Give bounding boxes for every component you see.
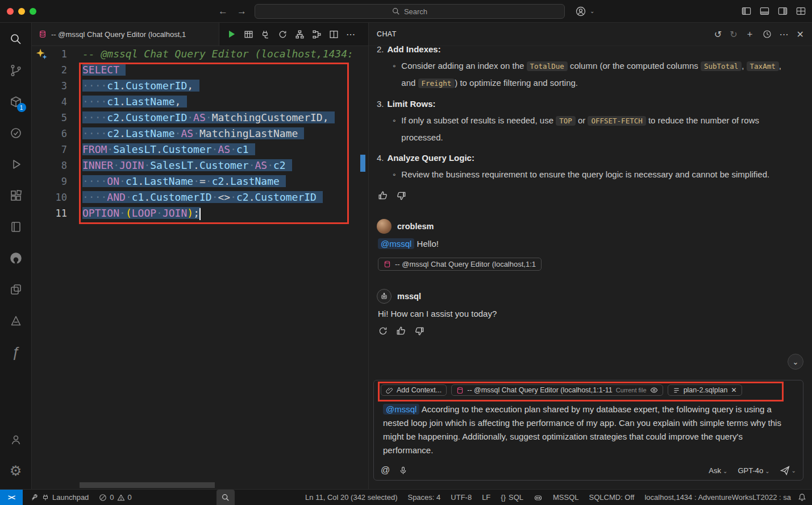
- undo-request-icon[interactable]: ↺: [714, 29, 722, 40]
- results-grid-icon[interactable]: [244, 30, 253, 39]
- activity-notebooks[interactable]: [2, 212, 30, 242]
- robot-icon: [380, 292, 389, 301]
- code-line[interactable]: 8INNER·JOIN·SalesLT.Customer·AS·c2: [32, 158, 368, 173]
- code-line[interactable]: 10····AND·c1.CustomerID·<>·c2.CustomerID: [32, 189, 368, 205]
- maximize-window-button[interactable]: [30, 8, 36, 15]
- code-line[interactable]: 6····c2.LastName·AS·MatchingLastName: [32, 126, 368, 142]
- mention-picker-icon[interactable]: @: [381, 465, 390, 475]
- model-picker[interactable]: GPT-4o⌄: [738, 466, 769, 475]
- eol[interactable]: LF: [478, 493, 494, 502]
- retry-icon[interactable]: [378, 326, 388, 336]
- estimated-plan-icon[interactable]: [278, 30, 288, 39]
- disconnect-plug-icon[interactable]: [261, 30, 270, 39]
- account-icon: [575, 6, 586, 17]
- code-line[interactable]: 7FROM·SalesLT.Customer·AS·c1: [32, 142, 368, 158]
- context-chip-plan[interactable]: plan-2.sqlplan ✕: [668, 384, 742, 396]
- chat-more-icon[interactable]: ⋯: [780, 29, 789, 40]
- horizontal-scrollbar[interactable]: [80, 482, 215, 488]
- editor-tab[interactable]: -- @mssql Chat Query Editor (localhost,1: [32, 23, 219, 45]
- add-context-button[interactable]: Add Context...: [381, 384, 447, 396]
- activity-remote-explorer[interactable]: 1: [2, 87, 30, 117]
- chat-input[interactable]: @mssql According to the execution plan s…: [374, 398, 803, 457]
- errors-icon: [99, 494, 107, 502]
- mode-picker[interactable]: Ask⌄: [709, 466, 727, 475]
- warnings-icon: [117, 494, 125, 502]
- indentation[interactable]: Spaces: 4: [404, 493, 444, 502]
- customize-layout-icon[interactable]: [796, 6, 806, 16]
- account-menu[interactable]: ⌄: [575, 6, 594, 17]
- code-line[interactable]: 4····c1.LastName,: [32, 94, 368, 110]
- editor-pane: -- @mssql Chat Query Editor (localhost,1…: [32, 23, 368, 489]
- cursor-position[interactable]: Ln 11, Col 20 (342 selected): [302, 493, 401, 502]
- connection-status[interactable]: localhost,1434 : AdventureWorksLT2022 : …: [641, 493, 794, 502]
- activity-extensions[interactable]: [2, 181, 30, 210]
- toggle-panel-icon[interactable]: [759, 6, 770, 16]
- problems-item[interactable]: 0 0: [95, 493, 135, 502]
- redo-request-icon[interactable]: ↻: [730, 29, 737, 40]
- thumbs-up-icon[interactable]: [396, 326, 406, 336]
- code-line[interactable]: 11OPTION·(LOOP·JOIN);: [32, 205, 368, 221]
- chat-close-icon[interactable]: ✕: [797, 29, 804, 40]
- thumbs-down-icon[interactable]: [414, 326, 424, 336]
- launchpad-item[interactable]: Launchpad: [27, 493, 92, 502]
- parse-tree-icon[interactable]: [295, 30, 305, 39]
- activity-testing[interactable]: [2, 118, 30, 148]
- activity-search[interactable]: [2, 24, 30, 54]
- code-line[interactable]: 1-- @mssql Chat Query Editor (localhost,…: [32, 46, 368, 62]
- zoom-indicator[interactable]: [216, 490, 235, 505]
- text-cursor: [199, 208, 201, 220]
- remote-indicator[interactable]: ><: [0, 490, 23, 505]
- code-editor[interactable]: 1-- @mssql Chat Query Editor (localhost,…: [32, 46, 368, 489]
- attachment-pill[interactable]: -- @mssql Chat Query Editor (localhost,1…: [378, 258, 542, 271]
- context-chip-file[interactable]: -- @mssql Chat Query Editor (localhost,1…: [451, 384, 663, 396]
- remove-chip-icon[interactable]: ✕: [731, 386, 736, 394]
- mssql-mention-chip[interactable]: @mssql: [378, 238, 414, 249]
- activity-copilot-edits[interactable]: [2, 275, 30, 304]
- sqlcmd-status[interactable]: SQLCMD: Off: [586, 493, 638, 502]
- activity-source-control[interactable]: [2, 56, 30, 85]
- user-message: @mssql Hello!: [378, 239, 804, 249]
- code-line[interactable]: 5····c2.CustomerID·AS·MatchingCustomerID…: [32, 110, 368, 126]
- language-mode[interactable]: {}SQL: [497, 493, 527, 502]
- overview-ruler[interactable]: [360, 46, 367, 489]
- toggle-primary-sidebar-icon[interactable]: [741, 6, 752, 16]
- encoding[interactable]: UTF-8: [447, 493, 475, 502]
- notifications-bell-icon[interactable]: [798, 493, 806, 502]
- split-editor-icon[interactable]: [329, 30, 339, 39]
- activity-run-debug[interactable]: [2, 150, 30, 179]
- scroll-to-bottom-button[interactable]: ⌄: [788, 354, 803, 370]
- code-line[interactable]: 9····ON·c1.LastName·=·c2.LastName: [32, 173, 368, 189]
- toggle-secondary-sidebar-icon[interactable]: [777, 6, 788, 16]
- new-chat-icon[interactable]: ＋: [746, 28, 755, 40]
- command-center-search[interactable]: Search: [255, 4, 565, 19]
- minimize-window-button[interactable]: [18, 8, 25, 15]
- nav-back-icon[interactable]: ←: [218, 6, 228, 17]
- mic-icon[interactable]: [399, 466, 407, 475]
- wrench-icon: [31, 494, 39, 502]
- close-window-button[interactable]: [7, 8, 14, 15]
- braces-icon: {}: [501, 493, 506, 502]
- list-number: 3.: [377, 96, 384, 112]
- eye-icon[interactable]: [650, 386, 658, 394]
- activity-github[interactable]: [2, 243, 30, 273]
- schema-compare-icon[interactable]: [312, 30, 322, 39]
- activity-azure[interactable]: [2, 306, 30, 336]
- chat-history-icon[interactable]: [763, 30, 772, 39]
- activity-database-projects[interactable]: ƒ: [2, 337, 30, 367]
- code-line[interactable]: 3····c1.CustomerID,: [32, 78, 368, 94]
- thumbs-down-icon[interactable]: [396, 191, 406, 201]
- thumbs-up-icon[interactable]: [378, 191, 388, 201]
- code-line[interactable]: 2SELECT: [32, 62, 368, 78]
- activity-settings[interactable]: ⚙: [2, 456, 30, 486]
- copilot-status[interactable]: [530, 493, 546, 502]
- mssql-status[interactable]: MSSQL: [549, 493, 582, 502]
- more-actions-icon[interactable]: ⋯: [346, 29, 355, 40]
- chat-input-widget: Add Context... -- @mssql Chat Query Edit…: [373, 380, 803, 481]
- send-button[interactable]: ⌄: [780, 466, 796, 475]
- nav-forward-icon[interactable]: →: [237, 6, 247, 17]
- azure-icon: [9, 314, 23, 328]
- activity-accounts[interactable]: [2, 425, 30, 454]
- bullet-text: Consider adding an index on the TotalDue…: [401, 57, 793, 92]
- run-query-icon[interactable]: [226, 29, 236, 39]
- language-label: SQL: [509, 493, 523, 502]
